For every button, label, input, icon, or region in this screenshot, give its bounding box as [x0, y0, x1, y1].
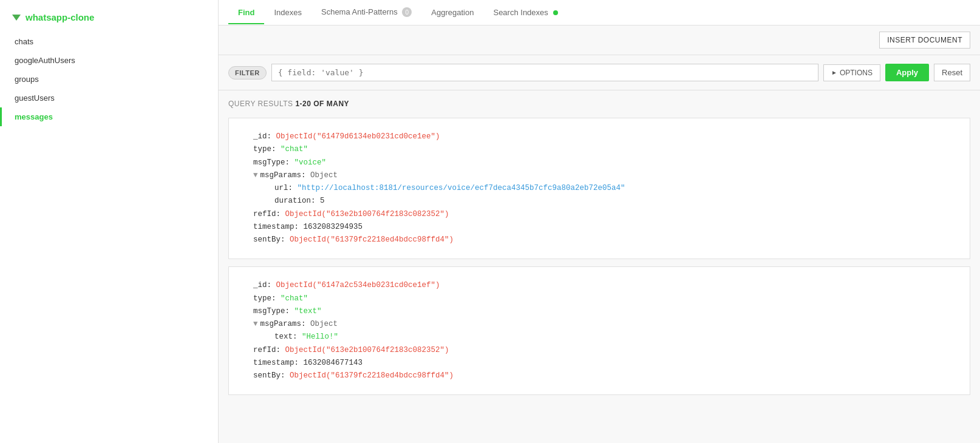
doc1-url-link[interactable]: "http://localhost:8181/resources/voice/e…	[298, 184, 625, 192]
doc1-duration-line: duration: 5	[253, 195, 955, 208]
insert-document-button[interactable]: INSERT DOCUMENT	[879, 32, 970, 49]
options-arrow-icon: ►	[831, 69, 837, 76]
apply-button[interactable]: Apply	[885, 64, 929, 81]
sidebar: whatsapp-clone chats googleAuthUsers gro…	[0, 0, 219, 443]
main-content: Find Indexes Schema Anti-Patterns 0 Aggr…	[219, 0, 980, 443]
doc2-refid-line: refId: ObjectId("613e2b100764f2183c08235…	[253, 344, 955, 357]
app-name-label: whatsapp-clone	[26, 12, 94, 22]
sidebar-item-guestusers[interactable]: guestUsers	[0, 89, 218, 107]
tab-aggregation-label: Aggregation	[431, 8, 474, 17]
filter-bar: FILTER ► OPTIONS Apply Reset	[219, 55, 980, 90]
doc1-timestamp-line: timestamp: 1632083294935	[253, 221, 955, 234]
tab-aggregation[interactable]: Aggregation	[421, 2, 483, 24]
document-card-1: _id: ObjectId("61479d6134eb0231cd0ce1ee"…	[228, 118, 970, 259]
doc2-id-line: _id: ObjectId("6147a2c534eb0231cd0ce1ef"…	[253, 279, 955, 292]
search-dot-indicator	[553, 10, 558, 15]
doc1-id-line: _id: ObjectId("61479d6134eb0231cd0ce1ee"…	[253, 130, 955, 143]
toolbar: INSERT DOCUMENT	[219, 25, 980, 55]
sidebar-item-messages[interactable]: messages	[0, 107, 218, 126]
filter-tag: FILTER	[228, 66, 267, 79]
document-card-2: _id: ObjectId("6147a2c534eb0231cd0ce1ef"…	[228, 266, 970, 395]
tab-find[interactable]: Find	[228, 2, 264, 24]
query-results-header: QUERY RESULTS 1-20 OF MANY	[219, 90, 980, 113]
tab-bar: Find Indexes Schema Anti-Patterns 0 Aggr…	[219, 0, 980, 25]
doc2-sentby-line: sentBy: ObjectId("61379fc2218ed4bdcc98ff…	[253, 370, 955, 382]
app-name-header: whatsapp-clone	[0, 10, 218, 32]
reset-button[interactable]: Reset	[934, 64, 970, 81]
doc1-msgtype-line: msgType: "voice"	[253, 157, 955, 169]
tab-indexes[interactable]: Indexes	[264, 2, 311, 24]
sidebar-item-googleauthusers[interactable]: googleAuthUsers	[0, 51, 218, 70]
sidebar-item-groups[interactable]: groups	[0, 70, 218, 89]
app-triangle-icon	[12, 15, 21, 21]
sidebar-item-label: guestUsers	[15, 93, 55, 103]
tab-schema-label: Schema Anti-Patterns	[321, 7, 398, 16]
sidebar-item-label: googleAuthUsers	[15, 56, 75, 65]
doc1-type-line: type: "chat"	[253, 143, 955, 156]
doc1-url-line: url: "http://localhost:8181/resources/vo…	[253, 182, 955, 195]
doc2-msgtype-line: msgType: "text"	[253, 305, 955, 318]
sidebar-nav: chats googleAuthUsers groups guestUsers …	[0, 32, 218, 126]
doc2-text-line: text: "Hello!"	[253, 331, 955, 343]
doc2-timestamp-line: timestamp: 1632084677143	[253, 357, 955, 370]
doc1-sentby-line: sentBy: ObjectId("61379fc2218ed4bdcc98ff…	[253, 234, 955, 246]
options-label: OPTIONS	[840, 69, 873, 77]
filter-input[interactable]	[271, 64, 818, 81]
schema-badge: 0	[402, 7, 412, 17]
sidebar-item-label: groups	[15, 75, 39, 84]
sidebar-item-label: chats	[15, 37, 33, 46]
tab-schema-anti-patterns[interactable]: Schema Anti-Patterns 0	[311, 1, 421, 25]
tab-indexes-label: Indexes	[274, 8, 302, 17]
query-results-label: QUERY RESULTS 1-20 OF MANY	[228, 100, 349, 108]
doc2-msgparams-line: ▼msgParams: Object	[253, 318, 955, 331]
doc1-msgparams-line: ▼msgParams: Object	[253, 169, 955, 182]
tab-search-indexes[interactable]: Search Indexes	[483, 2, 568, 24]
options-button[interactable]: ► OPTIONS	[823, 64, 880, 81]
tab-search-label: Search Indexes	[493, 8, 548, 17]
tab-find-label: Find	[238, 8, 254, 17]
doc2-type-line: type: "chat"	[253, 293, 955, 305]
documents-area: _id: ObjectId("61479d6134eb0231cd0ce1ee"…	[219, 113, 980, 443]
doc1-refid-line: refId: ObjectId("613e2b100764f2183c08235…	[253, 208, 955, 221]
sidebar-item-label: messages	[15, 112, 53, 121]
sidebar-item-chats[interactable]: chats	[0, 32, 218, 51]
